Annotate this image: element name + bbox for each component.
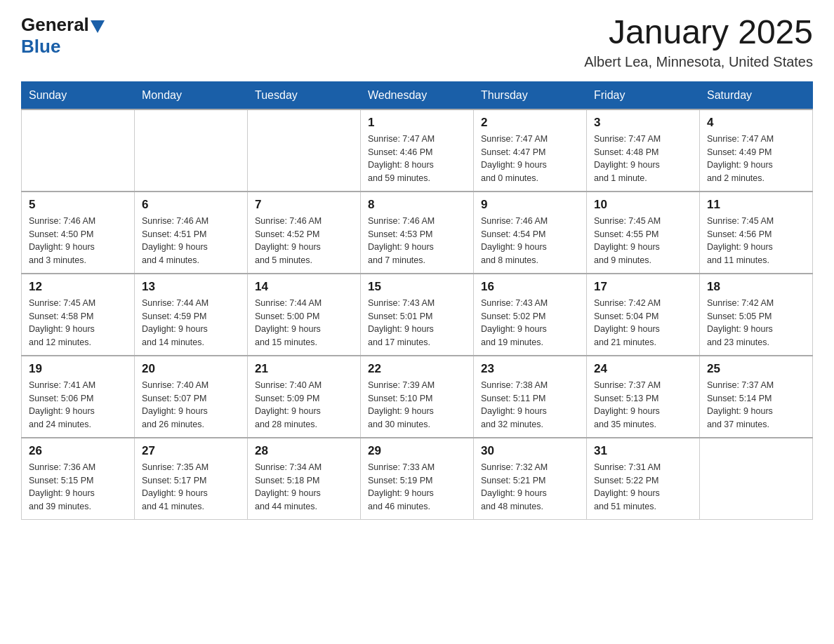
calendar-cell: 29Sunrise: 7:33 AM Sunset: 5:19 PM Dayli… bbox=[361, 438, 474, 520]
calendar-cell: 15Sunrise: 7:43 AM Sunset: 5:01 PM Dayli… bbox=[361, 274, 474, 356]
calendar-day-header: Friday bbox=[587, 81, 700, 109]
calendar-cell: 4Sunrise: 7:47 AM Sunset: 4:49 PM Daylig… bbox=[700, 109, 813, 192]
calendar-cell: 27Sunrise: 7:35 AM Sunset: 5:17 PM Dayli… bbox=[135, 438, 248, 520]
day-number: 24 bbox=[594, 362, 692, 376]
day-number: 9 bbox=[481, 198, 579, 212]
location-subtitle: Albert Lea, Minnesota, United States bbox=[584, 54, 813, 70]
calendar-cell: 18Sunrise: 7:42 AM Sunset: 5:05 PM Dayli… bbox=[700, 274, 813, 356]
day-number: 12 bbox=[29, 280, 127, 294]
calendar-day-header: Wednesday bbox=[361, 81, 474, 109]
calendar-cell: 21Sunrise: 7:40 AM Sunset: 5:09 PM Dayli… bbox=[248, 356, 361, 438]
day-number: 3 bbox=[594, 116, 692, 130]
day-number: 26 bbox=[29, 444, 127, 458]
day-number: 28 bbox=[255, 444, 353, 458]
day-number: 1 bbox=[368, 116, 466, 130]
calendar-week-row: 12Sunrise: 7:45 AM Sunset: 4:58 PM Dayli… bbox=[22, 274, 813, 356]
calendar-cell: 16Sunrise: 7:43 AM Sunset: 5:02 PM Dayli… bbox=[474, 274, 587, 356]
day-info: Sunrise: 7:42 AM Sunset: 5:04 PM Dayligh… bbox=[594, 297, 692, 349]
calendar-day-header: Tuesday bbox=[248, 81, 361, 109]
day-info: Sunrise: 7:41 AM Sunset: 5:06 PM Dayligh… bbox=[29, 379, 127, 431]
day-info: Sunrise: 7:36 AM Sunset: 5:15 PM Dayligh… bbox=[29, 461, 127, 514]
day-number: 31 bbox=[594, 444, 692, 458]
day-info: Sunrise: 7:32 AM Sunset: 5:21 PM Dayligh… bbox=[481, 461, 579, 514]
day-info: Sunrise: 7:46 AM Sunset: 4:50 PM Dayligh… bbox=[29, 215, 127, 267]
calendar-cell: 5Sunrise: 7:46 AM Sunset: 4:50 PM Daylig… bbox=[22, 192, 135, 274]
day-info: Sunrise: 7:47 AM Sunset: 4:48 PM Dayligh… bbox=[594, 133, 692, 185]
calendar-cell: 13Sunrise: 7:44 AM Sunset: 4:59 PM Dayli… bbox=[135, 274, 248, 356]
day-info: Sunrise: 7:46 AM Sunset: 4:52 PM Dayligh… bbox=[255, 215, 353, 267]
calendar-cell bbox=[135, 109, 248, 192]
day-number: 6 bbox=[142, 198, 240, 212]
logo: General Blue bbox=[21, 14, 106, 58]
calendar-week-row: 19Sunrise: 7:41 AM Sunset: 5:06 PM Dayli… bbox=[22, 356, 813, 438]
day-number: 22 bbox=[368, 362, 466, 376]
calendar-day-header: Sunday bbox=[22, 81, 135, 109]
calendar-cell: 25Sunrise: 7:37 AM Sunset: 5:14 PM Dayli… bbox=[700, 356, 813, 438]
day-number: 5 bbox=[29, 198, 127, 212]
calendar-cell: 19Sunrise: 7:41 AM Sunset: 5:06 PM Dayli… bbox=[22, 356, 135, 438]
calendar-cell: 20Sunrise: 7:40 AM Sunset: 5:07 PM Dayli… bbox=[135, 356, 248, 438]
day-number: 25 bbox=[707, 362, 805, 376]
day-number: 2 bbox=[481, 116, 579, 130]
calendar-cell bbox=[22, 109, 135, 192]
calendar-cell: 30Sunrise: 7:32 AM Sunset: 5:21 PM Dayli… bbox=[474, 438, 587, 520]
calendar-cell: 31Sunrise: 7:31 AM Sunset: 5:22 PM Dayli… bbox=[587, 438, 700, 520]
day-number: 14 bbox=[255, 280, 353, 294]
calendar-table: SundayMondayTuesdayWednesdayThursdayFrid… bbox=[21, 81, 813, 520]
day-number: 23 bbox=[481, 362, 579, 376]
calendar-cell: 24Sunrise: 7:37 AM Sunset: 5:13 PM Dayli… bbox=[587, 356, 700, 438]
calendar-cell: 3Sunrise: 7:47 AM Sunset: 4:48 PM Daylig… bbox=[587, 109, 700, 192]
day-info: Sunrise: 7:45 AM Sunset: 4:55 PM Dayligh… bbox=[594, 215, 692, 267]
day-info: Sunrise: 7:34 AM Sunset: 5:18 PM Dayligh… bbox=[255, 461, 353, 514]
day-info: Sunrise: 7:37 AM Sunset: 5:14 PM Dayligh… bbox=[707, 379, 805, 431]
day-info: Sunrise: 7:33 AM Sunset: 5:19 PM Dayligh… bbox=[368, 461, 466, 514]
calendar-cell: 14Sunrise: 7:44 AM Sunset: 5:00 PM Dayli… bbox=[248, 274, 361, 356]
calendar-cell: 11Sunrise: 7:45 AM Sunset: 4:56 PM Dayli… bbox=[700, 192, 813, 274]
calendar-cell: 1Sunrise: 7:47 AM Sunset: 4:46 PM Daylig… bbox=[361, 109, 474, 192]
day-info: Sunrise: 7:43 AM Sunset: 5:01 PM Dayligh… bbox=[368, 297, 466, 349]
day-number: 11 bbox=[707, 198, 805, 212]
calendar-week-row: 5Sunrise: 7:46 AM Sunset: 4:50 PM Daylig… bbox=[22, 192, 813, 274]
logo-arrow-icon bbox=[91, 20, 105, 33]
day-number: 27 bbox=[142, 444, 240, 458]
day-number: 10 bbox=[594, 198, 692, 212]
day-number: 18 bbox=[707, 280, 805, 294]
day-info: Sunrise: 7:45 AM Sunset: 4:58 PM Dayligh… bbox=[29, 297, 127, 349]
day-number: 21 bbox=[255, 362, 353, 376]
calendar-cell: 6Sunrise: 7:46 AM Sunset: 4:51 PM Daylig… bbox=[135, 192, 248, 274]
day-number: 17 bbox=[594, 280, 692, 294]
day-info: Sunrise: 7:47 AM Sunset: 4:46 PM Dayligh… bbox=[368, 133, 466, 185]
calendar-day-header: Monday bbox=[135, 81, 248, 109]
day-info: Sunrise: 7:47 AM Sunset: 4:49 PM Dayligh… bbox=[707, 133, 805, 185]
calendar-day-header: Thursday bbox=[474, 81, 587, 109]
day-info: Sunrise: 7:42 AM Sunset: 5:05 PM Dayligh… bbox=[707, 297, 805, 349]
day-info: Sunrise: 7:40 AM Sunset: 5:07 PM Dayligh… bbox=[142, 379, 240, 431]
day-info: Sunrise: 7:47 AM Sunset: 4:47 PM Dayligh… bbox=[481, 133, 579, 185]
day-info: Sunrise: 7:44 AM Sunset: 4:59 PM Dayligh… bbox=[142, 297, 240, 349]
calendar-cell: 7Sunrise: 7:46 AM Sunset: 4:52 PM Daylig… bbox=[248, 192, 361, 274]
day-number: 4 bbox=[707, 116, 805, 130]
calendar-cell: 10Sunrise: 7:45 AM Sunset: 4:55 PM Dayli… bbox=[587, 192, 700, 274]
calendar-header-row: SundayMondayTuesdayWednesdayThursdayFrid… bbox=[22, 81, 813, 109]
day-info: Sunrise: 7:46 AM Sunset: 4:53 PM Dayligh… bbox=[368, 215, 466, 267]
day-info: Sunrise: 7:37 AM Sunset: 5:13 PM Dayligh… bbox=[594, 379, 692, 431]
calendar-cell bbox=[248, 109, 361, 192]
calendar-cell bbox=[700, 438, 813, 520]
day-number: 8 bbox=[368, 198, 466, 212]
logo-general-text: General bbox=[21, 14, 89, 36]
day-number: 13 bbox=[142, 280, 240, 294]
day-number: 30 bbox=[481, 444, 579, 458]
calendar-week-row: 26Sunrise: 7:36 AM Sunset: 5:15 PM Dayli… bbox=[22, 438, 813, 520]
logo-blue-text: Blue bbox=[21, 36, 60, 57]
day-info: Sunrise: 7:46 AM Sunset: 4:54 PM Dayligh… bbox=[481, 215, 579, 267]
title-section: January 2025 Albert Lea, Minnesota, Unit… bbox=[584, 14, 813, 70]
calendar-cell: 28Sunrise: 7:34 AM Sunset: 5:18 PM Dayli… bbox=[248, 438, 361, 520]
day-number: 16 bbox=[481, 280, 579, 294]
calendar-cell: 17Sunrise: 7:42 AM Sunset: 5:04 PM Dayli… bbox=[587, 274, 700, 356]
month-title: January 2025 bbox=[584, 14, 813, 51]
day-number: 19 bbox=[29, 362, 127, 376]
day-info: Sunrise: 7:38 AM Sunset: 5:11 PM Dayligh… bbox=[481, 379, 579, 431]
calendar-cell: 9Sunrise: 7:46 AM Sunset: 4:54 PM Daylig… bbox=[474, 192, 587, 274]
calendar-cell: 12Sunrise: 7:45 AM Sunset: 4:58 PM Dayli… bbox=[22, 274, 135, 356]
day-info: Sunrise: 7:31 AM Sunset: 5:22 PM Dayligh… bbox=[594, 461, 692, 514]
